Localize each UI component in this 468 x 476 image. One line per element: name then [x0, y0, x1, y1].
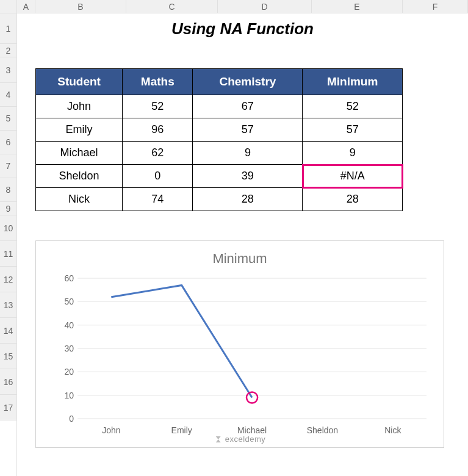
- cell-maths[interactable]: 62: [123, 142, 193, 165]
- table-row: John526752: [36, 95, 403, 118]
- y-tick-label: 40: [64, 320, 74, 330]
- page-title: Using NA Function: [17, 13, 468, 38]
- cell-maths[interactable]: 52: [123, 95, 193, 118]
- row-header-16[interactable]: 16: [0, 369, 16, 395]
- grid: Using NA Function Student Maths Chemistr…: [17, 13, 468, 38]
- table-row: Michael6299: [36, 142, 403, 165]
- row-header-3[interactable]: 3: [0, 57, 16, 83]
- table-row: Sheldon039#N/A: [36, 165, 403, 188]
- cell-chemistry[interactable]: 67: [193, 95, 303, 118]
- cell-chemistry[interactable]: 28: [193, 188, 303, 211]
- col-header-A[interactable]: A: [17, 0, 35, 13]
- row-header-10[interactable]: 10: [0, 215, 16, 241]
- cell-student[interactable]: Nick: [36, 188, 123, 211]
- watermark: exceldemy: [214, 435, 266, 444]
- x-tick-label: Michael: [237, 425, 267, 435]
- x-tick-label: John: [102, 425, 120, 435]
- chart-plot: 0102030405060JohnEmilyMichaelSheldonNick: [47, 275, 433, 422]
- svg-marker-0: [216, 436, 221, 442]
- y-tick-label: 0: [69, 414, 74, 424]
- table-body: John526752Emily965757Michael6299Sheldon0…: [36, 95, 403, 211]
- cell-minimum[interactable]: 9: [303, 142, 403, 165]
- y-tick-label: 50: [64, 297, 74, 306]
- chart-container[interactable]: Minimum 0102030405060JohnEmilyMichaelShe…: [35, 240, 444, 448]
- table-row: Emily965757: [36, 118, 403, 142]
- y-tick-label: 20: [64, 367, 74, 377]
- header-student[interactable]: Student: [36, 69, 123, 95]
- cell-student[interactable]: Michael: [36, 142, 123, 165]
- col-headers: ABCDEF: [17, 0, 468, 13]
- cell-chemistry[interactable]: 9: [193, 142, 303, 165]
- chart-svg: [47, 275, 433, 422]
- row-header-7[interactable]: 7: [0, 154, 16, 178]
- cell-student[interactable]: Sheldon: [36, 165, 123, 188]
- x-tick-label: Emily: [171, 425, 192, 435]
- chart-title: Minimum: [47, 251, 433, 267]
- row-header-15[interactable]: 15: [0, 344, 16, 369]
- data-table: Student Maths Chemistry Minimum John5267…: [35, 68, 403, 211]
- col-header-E[interactable]: E: [312, 0, 403, 13]
- y-tick-label: 10: [64, 391, 74, 400]
- row-header-1[interactable]: 1: [0, 13, 16, 44]
- row-header-14[interactable]: 14: [0, 318, 16, 344]
- cell-chemistry[interactable]: 39: [193, 165, 303, 188]
- row-header-8[interactable]: 8: [0, 178, 16, 202]
- main-area: ABCDEF Using NA Function Student Maths C…: [17, 0, 468, 476]
- row-headers: 1234567891011121314151617: [0, 0, 17, 476]
- corner-cell[interactable]: [0, 0, 16, 13]
- spreadsheet: 1234567891011121314151617 ABCDEF Using N…: [0, 0, 468, 476]
- col-header-B[interactable]: B: [35, 0, 126, 13]
- watermark-brand: exceldemy: [225, 435, 266, 444]
- row-header-2[interactable]: 2: [0, 44, 16, 57]
- row-header-11[interactable]: 11: [0, 241, 16, 267]
- x-tick-label: Sheldon: [307, 425, 338, 435]
- cell-maths[interactable]: 96: [123, 118, 193, 142]
- table-row: Nick742828: [36, 188, 403, 211]
- row-header-17[interactable]: 17: [0, 395, 16, 420]
- header-chemistry[interactable]: Chemistry: [193, 69, 303, 95]
- cell-chemistry[interactable]: 57: [193, 118, 303, 142]
- row-header-12[interactable]: 12: [0, 267, 16, 292]
- col-header-F[interactable]: F: [403, 0, 468, 13]
- row-header-9[interactable]: 9: [0, 202, 16, 215]
- y-tick-label: 60: [64, 273, 74, 283]
- header-maths[interactable]: Maths: [123, 69, 193, 95]
- row-header-4[interactable]: 4: [0, 83, 16, 107]
- col-header-D[interactable]: D: [218, 0, 312, 13]
- cell-minimum[interactable]: 52: [303, 95, 403, 118]
- watermark-icon: [214, 435, 223, 444]
- cell-maths[interactable]: 74: [123, 188, 193, 211]
- chart-line: [111, 286, 252, 398]
- cell-minimum[interactable]: 28: [303, 188, 403, 211]
- header-minimum[interactable]: Minimum: [303, 69, 403, 95]
- row-header-6[interactable]: 6: [0, 131, 16, 154]
- x-tick-label: Nick: [384, 425, 401, 435]
- cell-minimum[interactable]: 57: [303, 118, 403, 142]
- row-header-5[interactable]: 5: [0, 107, 16, 131]
- y-tick-label: 30: [64, 344, 74, 353]
- cell-student[interactable]: Emily: [36, 118, 123, 142]
- cell-maths[interactable]: 0: [123, 165, 193, 188]
- cell-minimum[interactable]: #N/A: [303, 165, 403, 188]
- col-header-C[interactable]: C: [126, 0, 218, 13]
- cell-student[interactable]: John: [36, 95, 123, 118]
- table-header-row: Student Maths Chemistry Minimum: [36, 69, 403, 95]
- row-header-13[interactable]: 13: [0, 292, 16, 318]
